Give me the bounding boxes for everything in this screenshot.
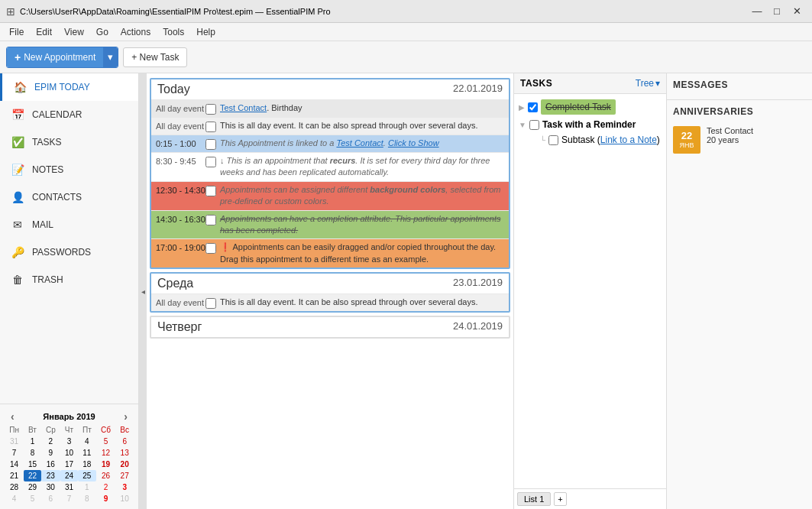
new-appointment-dropdown[interactable]: ▾ (103, 47, 118, 67)
mini-cal-day[interactable]: 28 (5, 481, 24, 493)
mini-cal-day[interactable]: 4 (5, 493, 24, 504)
mini-cal-day[interactable]: 1 (78, 481, 96, 493)
day-date-today: 22.01.2019 (453, 83, 503, 96)
calendar-icon: 📅 (9, 106, 26, 123)
menu-edit[interactable]: Edit (30, 25, 58, 39)
event-checkbox[interactable] (205, 157, 216, 167)
new-task-button[interactable]: + New Task (123, 47, 187, 67)
event-checkbox[interactable] (205, 122, 216, 132)
mini-cal-day[interactable]: 1 (24, 436, 40, 447)
new-appointment-label: New Appointment (24, 52, 95, 63)
anniversaries-section: ANNIVERSARIES 22 ЯНВ Test Contact 20 yea… (667, 100, 812, 160)
event-show-link[interactable]: Click to Show (388, 138, 439, 148)
mini-cal-day[interactable]: 21 (5, 470, 24, 481)
mini-cal-dow-5: Пт (78, 424, 96, 436)
event-contact-link[interactable]: Test Contact (220, 103, 267, 112)
sidebar-item-passwords[interactable]: 🔑 PASSWORDS (0, 238, 138, 266)
new-appointment-button[interactable]: + New Appointment (7, 47, 103, 67)
mini-cal-day[interactable]: 19 (96, 459, 116, 470)
notes-icon: 📝 (9, 161, 26, 178)
add-list-button[interactable]: + (554, 492, 566, 506)
event-checkbox[interactable] (205, 243, 216, 254)
menu-help[interactable]: Help (190, 25, 222, 39)
sidebar-item-tasks[interactable]: ✅ TASKS (0, 128, 138, 156)
mini-cal-day[interactable]: 6 (41, 493, 60, 504)
day-name-today: Today (157, 83, 190, 96)
task-checkbox-completed[interactable] (528, 102, 538, 112)
mini-cal-day[interactable]: 3 (115, 481, 134, 493)
sidebar-item-notes[interactable]: 📝 NOTES (0, 156, 138, 183)
event-checkbox[interactable] (205, 139, 216, 150)
mini-cal-day[interactable]: 24 (60, 470, 78, 481)
tasks-footer: List 1 + (514, 488, 666, 509)
sidebar-collapse-button[interactable]: ◂ (139, 73, 147, 509)
mini-cal-day[interactable]: 10 (115, 493, 134, 504)
maximize-button[interactable]: □ (768, 4, 786, 19)
event-checkbox[interactable] (205, 215, 216, 225)
mini-cal-day[interactable]: 15 (24, 459, 40, 470)
mini-cal-day[interactable]: 16 (41, 459, 60, 470)
mini-cal-day[interactable]: 7 (60, 493, 78, 504)
mini-cal-day[interactable]: 5 (96, 436, 116, 447)
task-checkbox-subtask[interactable] (548, 135, 558, 145)
mini-cal-day[interactable]: 17 (60, 459, 78, 470)
event-contact-link[interactable]: Test Contact (336, 138, 383, 148)
sidebar-label-mail: MAIL (32, 219, 53, 230)
event-checkbox[interactable] (205, 186, 216, 196)
mini-cal-day[interactable]: 2 (41, 436, 60, 447)
mini-cal-day[interactable]: 13 (115, 447, 134, 459)
mini-cal-next[interactable]: › (121, 410, 131, 423)
sidebar-item-calendar[interactable]: 📅 CALENDAR (0, 101, 138, 128)
mini-cal-day[interactable]: 31 (60, 481, 78, 493)
sidebar-item-contacts[interactable]: 👤 CONTACTS (0, 183, 138, 211)
event-text: Test Contact. Birthday (220, 102, 504, 114)
tasks-view-dropdown[interactable]: Tree ▾ (636, 78, 660, 89)
day-section-wednesday: Среда 23.01.2019 All day event This is a… (150, 272, 510, 313)
task-checkbox-reminder[interactable] (529, 120, 539, 130)
close-button[interactable]: ✕ (788, 4, 806, 19)
sidebar-item-epim-today[interactable]: 🏠 EPIM TODAY (0, 73, 138, 101)
mini-cal-prev[interactable]: ‹ (8, 410, 18, 423)
mini-cal-day[interactable]: 11 (78, 447, 96, 459)
sidebar-item-trash[interactable]: 🗑 TRASH (0, 266, 138, 293)
mini-cal-day[interactable]: 10 (60, 447, 78, 459)
menu-view[interactable]: View (58, 25, 90, 39)
mini-cal-day[interactable]: 18 (78, 459, 96, 470)
mini-cal-dow-1: Пн (5, 424, 24, 436)
event-checkbox[interactable] (205, 104, 216, 115)
minimize-button[interactable]: — (748, 4, 766, 19)
mini-cal-day[interactable]: 12 (96, 447, 116, 459)
mini-cal-day[interactable]: 29 (24, 481, 40, 493)
mini-cal-day[interactable]: 26 (96, 470, 116, 481)
mini-cal-day[interactable]: 31 (5, 436, 24, 447)
mini-cal-day[interactable]: 20 (115, 459, 134, 470)
mini-cal-day[interactable]: 7 (5, 447, 24, 459)
task-label-reminder: Task with a Reminder (542, 119, 636, 130)
mini-cal-day[interactable]: 3 (60, 436, 78, 447)
mini-cal-day[interactable]: 2 (96, 481, 116, 493)
mini-cal-day[interactable]: 9 (41, 447, 60, 459)
menu-actions[interactable]: Actions (115, 25, 157, 39)
mini-cal-day[interactable]: 8 (24, 447, 40, 459)
mini-cal-day[interactable]: 4 (78, 436, 96, 447)
mini-cal-day[interactable]: 9 (96, 493, 116, 504)
list-tab[interactable]: List 1 (517, 492, 551, 506)
window-controls: — □ ✕ (748, 4, 806, 19)
day-header-today: Today 22.01.2019 (151, 79, 509, 99)
mini-cal-day[interactable]: 6 (115, 436, 134, 447)
menu-tools[interactable]: Tools (157, 25, 190, 39)
mini-cal-day-today[interactable]: 22 (24, 470, 40, 481)
sidebar-item-mail[interactable]: ✉ MAIL (0, 211, 138, 238)
mini-cal-day[interactable]: 8 (78, 493, 96, 504)
mini-cal-day[interactable]: 25 (78, 470, 96, 481)
mini-cal-day[interactable]: 27 (115, 470, 134, 481)
toolbar: + New Appointment ▾ + New Task (0, 41, 812, 73)
task-note-link[interactable]: Link to a Note (600, 135, 657, 145)
menu-go[interactable]: Go (90, 25, 115, 39)
mini-cal-day[interactable]: 5 (24, 493, 40, 504)
mini-cal-day[interactable]: 30 (41, 481, 60, 493)
menu-file[interactable]: File (3, 25, 30, 39)
event-checkbox[interactable] (205, 298, 216, 309)
mini-cal-day[interactable]: 23 (41, 470, 60, 481)
mini-cal-day[interactable]: 14 (5, 459, 24, 470)
